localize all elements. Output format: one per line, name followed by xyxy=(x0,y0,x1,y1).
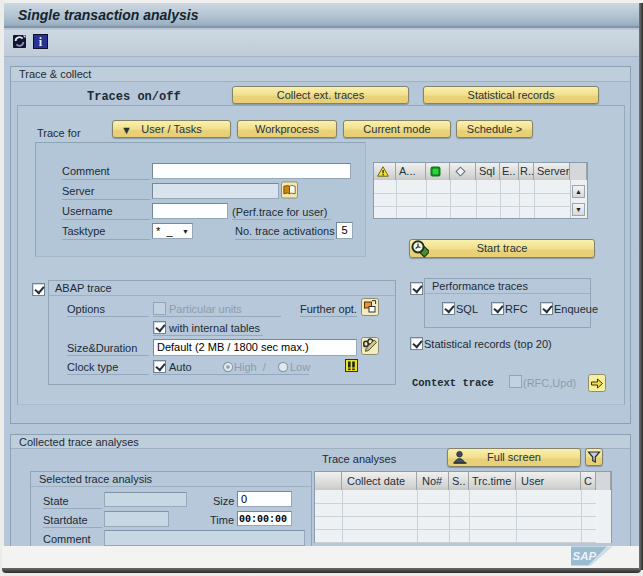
svg-text:SAP: SAP xyxy=(573,550,597,562)
